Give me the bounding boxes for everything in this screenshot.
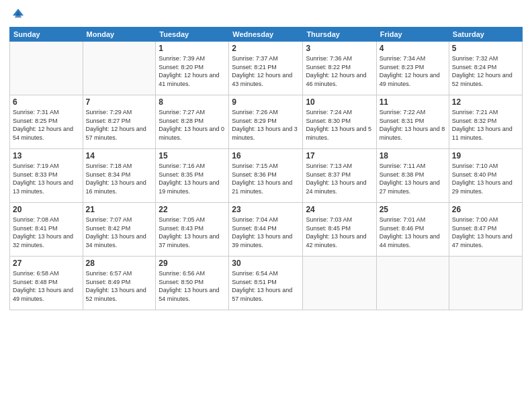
day-number: 24 (306, 205, 373, 214)
calendar-cell: 28Sunrise: 6:57 AMSunset: 8:49 PMDayligh… (83, 257, 156, 310)
cell-info: Sunrise: 7:32 AMSunset: 8:24 PMDaylight:… (452, 54, 519, 88)
calendar-cell (10, 42, 83, 95)
cell-info: Sunrise: 7:00 AMSunset: 8:47 PMDaylight:… (452, 216, 519, 249)
day-number: 27 (13, 259, 80, 268)
day-number: 28 (86, 259, 153, 268)
day-number: 14 (86, 151, 153, 161)
calendar-cell (83, 42, 156, 95)
cell-info: Sunrise: 7:37 AMSunset: 8:21 PMDaylight:… (232, 54, 300, 88)
calendar-cell: 27Sunrise: 6:58 AMSunset: 8:48 PMDayligh… (10, 257, 83, 310)
day-number: 18 (380, 151, 446, 161)
cell-info: Sunrise: 6:56 AMSunset: 8:50 PMDaylight:… (159, 269, 226, 303)
calendar-cell: 9Sunrise: 7:26 AMSunset: 8:29 PMDaylight… (229, 95, 303, 149)
calendar-cell: 15Sunrise: 7:16 AMSunset: 8:35 PMDayligh… (156, 149, 229, 203)
cell-info: Sunrise: 6:58 AMSunset: 8:48 PMDaylight:… (13, 269, 80, 303)
logo-icon (11, 7, 26, 21)
day-number: 30 (232, 259, 300, 268)
cell-info: Sunrise: 7:26 AMSunset: 8:29 PMDaylight:… (232, 108, 300, 142)
cell-info: Sunrise: 7:16 AMSunset: 8:35 PMDaylight:… (159, 162, 226, 195)
calendar-cell: 23Sunrise: 7:04 AMSunset: 8:44 PMDayligh… (229, 203, 303, 257)
calendar-cell: 19Sunrise: 7:10 AMSunset: 8:40 PMDayligh… (449, 149, 522, 203)
calendar-header-row: SundayMondayTuesdayWednesdayThursdayFrid… (10, 28, 523, 42)
calendar-table: SundayMondayTuesdayWednesdayThursdayFrid… (9, 27, 523, 310)
logo (9, 7, 27, 21)
day-number: 13 (13, 151, 80, 161)
calendar-cell (449, 257, 522, 310)
day-number: 8 (159, 97, 226, 107)
calendar-week-row: 13Sunrise: 7:19 AMSunset: 8:33 PMDayligh… (10, 149, 523, 203)
day-number: 6 (13, 97, 80, 107)
calendar-week-row: 6Sunrise: 7:31 AMSunset: 8:25 PMDaylight… (10, 95, 523, 149)
weekday-header: Sunday (10, 28, 83, 42)
day-number: 26 (452, 205, 519, 214)
calendar-cell: 11Sunrise: 7:22 AMSunset: 8:31 PMDayligh… (376, 95, 449, 149)
day-number: 29 (159, 259, 226, 268)
calendar-cell: 25Sunrise: 7:01 AMSunset: 8:46 PMDayligh… (376, 203, 449, 257)
weekday-header: Monday (83, 28, 156, 42)
cell-info: Sunrise: 7:36 AMSunset: 8:22 PMDaylight:… (306, 54, 373, 88)
page: SundayMondayTuesdayWednesdayThursdayFrid… (0, 0, 532, 411)
day-number: 4 (380, 44, 446, 53)
calendar-week-row: 27Sunrise: 6:58 AMSunset: 8:48 PMDayligh… (10, 257, 523, 310)
calendar-cell: 29Sunrise: 6:56 AMSunset: 8:50 PMDayligh… (156, 257, 229, 310)
cell-info: Sunrise: 7:19 AMSunset: 8:33 PMDaylight:… (13, 162, 80, 195)
weekday-header: Wednesday (229, 28, 303, 42)
cell-info: Sunrise: 7:04 AMSunset: 8:44 PMDaylight:… (232, 216, 300, 249)
calendar-cell: 2Sunrise: 7:37 AMSunset: 8:21 PMDaylight… (229, 42, 303, 95)
day-number: 23 (232, 205, 300, 214)
calendar-cell: 26Sunrise: 7:00 AMSunset: 8:47 PMDayligh… (449, 203, 522, 257)
calendar-cell: 5Sunrise: 7:32 AMSunset: 8:24 PMDaylight… (449, 42, 522, 95)
day-number: 1 (159, 44, 226, 53)
day-number: 7 (86, 97, 153, 107)
cell-info: Sunrise: 7:03 AMSunset: 8:45 PMDaylight:… (306, 216, 373, 249)
cell-info: Sunrise: 7:21 AMSunset: 8:32 PMDaylight:… (452, 108, 519, 142)
calendar-cell: 12Sunrise: 7:21 AMSunset: 8:32 PMDayligh… (449, 95, 522, 149)
day-number: 22 (159, 205, 226, 214)
day-number: 17 (306, 151, 373, 161)
calendar-cell: 21Sunrise: 7:07 AMSunset: 8:42 PMDayligh… (83, 203, 156, 257)
cell-info: Sunrise: 7:11 AMSunset: 8:38 PMDaylight:… (380, 162, 446, 195)
cell-info: Sunrise: 7:01 AMSunset: 8:46 PMDaylight:… (380, 216, 446, 249)
cell-info: Sunrise: 6:54 AMSunset: 8:51 PMDaylight:… (232, 269, 300, 303)
cell-info: Sunrise: 7:34 AMSunset: 8:23 PMDaylight:… (380, 54, 446, 88)
cell-info: Sunrise: 7:22 AMSunset: 8:31 PMDaylight:… (380, 108, 446, 142)
day-number: 3 (306, 44, 373, 53)
day-number: 21 (86, 205, 153, 214)
cell-info: Sunrise: 7:05 AMSunset: 8:43 PMDaylight:… (159, 216, 226, 249)
cell-info: Sunrise: 7:10 AMSunset: 8:40 PMDaylight:… (452, 162, 519, 195)
day-number: 16 (232, 151, 300, 161)
calendar-cell: 16Sunrise: 7:15 AMSunset: 8:36 PMDayligh… (229, 149, 303, 203)
header (9, 7, 523, 21)
day-number: 2 (232, 44, 300, 53)
cell-info: Sunrise: 7:31 AMSunset: 8:25 PMDaylight:… (13, 108, 80, 142)
calendar-cell: 20Sunrise: 7:08 AMSunset: 8:41 PMDayligh… (10, 203, 83, 257)
calendar-cell: 6Sunrise: 7:31 AMSunset: 8:25 PMDaylight… (10, 95, 83, 149)
calendar-cell: 18Sunrise: 7:11 AMSunset: 8:38 PMDayligh… (376, 149, 449, 203)
calendar-cell: 1Sunrise: 7:39 AMSunset: 8:20 PMDaylight… (156, 42, 229, 95)
day-number: 5 (452, 44, 519, 53)
calendar-cell (303, 257, 376, 310)
calendar-cell (376, 257, 449, 310)
day-number: 12 (452, 97, 519, 107)
weekday-header: Saturday (449, 28, 522, 42)
day-number: 10 (306, 97, 373, 107)
day-number: 20 (13, 205, 80, 214)
weekday-header: Friday (376, 28, 449, 42)
cell-info: Sunrise: 7:08 AMSunset: 8:41 PMDaylight:… (13, 216, 80, 249)
cell-info: Sunrise: 7:13 AMSunset: 8:37 PMDaylight:… (306, 162, 373, 195)
cell-info: Sunrise: 7:07 AMSunset: 8:42 PMDaylight:… (86, 216, 153, 249)
day-number: 11 (380, 97, 446, 107)
calendar-cell: 30Sunrise: 6:54 AMSunset: 8:51 PMDayligh… (229, 257, 303, 310)
calendar-cell: 22Sunrise: 7:05 AMSunset: 8:43 PMDayligh… (156, 203, 229, 257)
calendar-cell: 4Sunrise: 7:34 AMSunset: 8:23 PMDaylight… (376, 42, 449, 95)
calendar-cell: 10Sunrise: 7:24 AMSunset: 8:30 PMDayligh… (303, 95, 376, 149)
weekday-header: Tuesday (156, 28, 229, 42)
day-number: 25 (380, 205, 446, 214)
day-number: 9 (232, 97, 300, 107)
calendar-week-row: 1Sunrise: 7:39 AMSunset: 8:20 PMDaylight… (10, 42, 523, 95)
calendar-cell: 8Sunrise: 7:27 AMSunset: 8:28 PMDaylight… (156, 95, 229, 149)
calendar-cell: 13Sunrise: 7:19 AMSunset: 8:33 PMDayligh… (10, 149, 83, 203)
calendar-week-row: 20Sunrise: 7:08 AMSunset: 8:41 PMDayligh… (10, 203, 523, 257)
cell-info: Sunrise: 7:39 AMSunset: 8:20 PMDaylight:… (159, 54, 226, 88)
calendar-cell: 14Sunrise: 7:18 AMSunset: 8:34 PMDayligh… (83, 149, 156, 203)
